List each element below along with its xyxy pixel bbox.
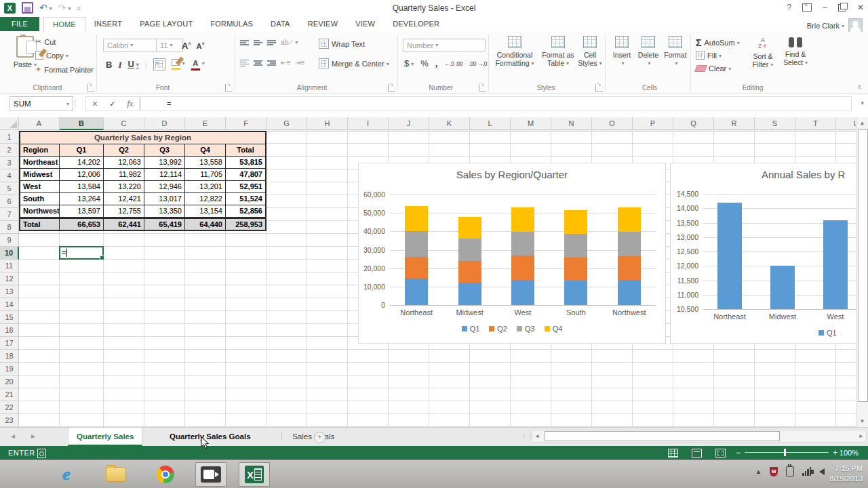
row-header-16[interactable]: 16	[0, 324, 19, 337]
table-cell[interactable]: 11,982	[104, 169, 144, 181]
table-cell[interactable]: 14,202	[60, 157, 104, 169]
bar-segment-q3[interactable]	[511, 232, 534, 256]
table-cell[interactable]: 11,705	[185, 169, 226, 181]
row-header-12[interactable]: 12	[0, 272, 19, 285]
table-cell[interactable]: 12,114	[144, 169, 185, 181]
font-size-combo[interactable]: 11	[156, 39, 183, 52]
table-cell[interactable]: Q2	[104, 144, 144, 157]
scroll-up-icon[interactable]: ▲	[856, 117, 868, 129]
fill-button[interactable]: Fill	[696, 51, 722, 60]
bar-segment-q2[interactable]	[564, 258, 587, 281]
align-right-icon[interactable]	[267, 60, 276, 67]
autosum-button[interactable]: Σ AutoSum	[696, 37, 740, 48]
number-format-combo[interactable]: Number	[403, 39, 486, 52]
bar-segment-q2[interactable]	[405, 257, 428, 279]
sort-filter-button[interactable]: AZ▼ Sort & Filter	[747, 37, 778, 69]
column-header-S[interactable]: S	[755, 117, 795, 130]
format-painter-button[interactable]: ✦ Format Painter	[35, 65, 94, 74]
normal-view-icon[interactable]	[668, 449, 678, 458]
column-header-K[interactable]: K	[429, 117, 470, 130]
row-header-1[interactable]: 1	[0, 131, 19, 144]
bar-segment-q4[interactable]	[511, 207, 534, 232]
tray-expand-icon[interactable]: ▲	[755, 468, 762, 475]
user-account[interactable]: Brie Clark	[807, 18, 863, 33]
table-cell[interactable]: 12,755	[104, 205, 144, 218]
clear-button[interactable]: Clear	[696, 64, 731, 73]
column-header-Q[interactable]: Q	[673, 117, 714, 130]
format-as-table-button[interactable]: Format as Table	[538, 36, 578, 68]
stacked-bar-northwest[interactable]	[618, 195, 641, 305]
taskbar-file-explorer[interactable]	[100, 462, 132, 487]
table-cell[interactable]: Total	[20, 218, 60, 230]
cut-button[interactable]: ✂ Cut	[35, 37, 56, 46]
mcafee-icon[interactable]: M	[770, 467, 778, 476]
table-cell[interactable]: 13,017	[144, 193, 185, 205]
row-header-18[interactable]: 18	[0, 350, 19, 363]
scroll-left-icon[interactable]: ◄	[534, 433, 540, 439]
row-header-21[interactable]: 21	[0, 388, 19, 401]
column-header-P[interactable]: P	[633, 117, 673, 130]
table-row[interactable]: Midwest12,00611,98212,11411,70547,807	[20, 169, 265, 181]
column-header-C[interactable]: C	[104, 117, 144, 130]
conditional-formatting-button[interactable]: Conditional Formatting	[492, 36, 537, 68]
page-break-view-icon[interactable]	[715, 449, 726, 458]
sheet-nav-left-icon[interactable]: ◄	[9, 432, 16, 440]
stacked-bar-west[interactable]	[511, 195, 534, 305]
bar-segment-q3[interactable]	[458, 239, 481, 261]
row-header-6[interactable]: 6	[0, 195, 19, 208]
expand-formula-bar-icon[interactable]: ▾	[861, 100, 864, 106]
column-header-F[interactable]: F	[226, 117, 267, 130]
find-select-button[interactable]: Find & Select	[780, 37, 811, 67]
insert-cells-button[interactable]: Insert	[609, 36, 635, 68]
column-header-A[interactable]: A	[19, 117, 60, 130]
table-cell[interactable]: 66,653	[60, 218, 104, 230]
column-header-J[interactable]: J	[389, 117, 429, 130]
row-header-5[interactable]: 5	[0, 182, 19, 195]
table-cell[interactable]: 64,440	[185, 218, 226, 230]
table-cell[interactable]: 12,006	[60, 169, 104, 181]
table-cell[interactable]: Q4	[185, 144, 226, 157]
minimize-icon[interactable]: –	[823, 3, 827, 12]
table-cell[interactable]: 13,201	[185, 181, 226, 193]
table-cell[interactable]: 258,953	[226, 218, 265, 230]
table-cell[interactable]: 13,584	[60, 181, 104, 193]
column-header-G[interactable]: G	[267, 117, 307, 130]
table-cell[interactable]: 65,419	[144, 218, 185, 230]
collapse-ribbon-icon[interactable]: ˄	[857, 83, 861, 91]
power-plug-icon[interactable]	[786, 466, 794, 476]
column-header-H[interactable]: H	[307, 117, 348, 130]
ribbon-display-options-icon[interactable]	[802, 3, 812, 12]
formula-input[interactable]: =	[140, 96, 852, 111]
table-cell[interactable]: 13,558	[185, 157, 226, 169]
ribbon-tab-view[interactable]: VIEW	[347, 17, 384, 31]
vertical-scrollbar[interactable]: ▲ ▼	[856, 117, 868, 427]
stacked-bar-northeast[interactable]	[405, 195, 428, 305]
page-layout-view-icon[interactable]	[692, 449, 702, 458]
chart-sales-by-region-quarter[interactable]: Sales by Region/Quarter60,00050,00040,00…	[358, 163, 666, 344]
stacked-bar-midwest[interactable]	[458, 195, 481, 305]
table-cell[interactable]: Q3	[144, 144, 185, 157]
column-header-R[interactable]: R	[714, 117, 755, 130]
row-header-22[interactable]: 22	[0, 401, 19, 414]
align-center-icon[interactable]	[254, 60, 262, 67]
grow-font-icon[interactable]: A˄	[182, 39, 191, 50]
table-cell[interactable]: 13,220	[104, 181, 144, 193]
row-header-8[interactable]: 8	[0, 221, 19, 234]
table-cell[interactable]: 12,063	[104, 157, 144, 169]
bar-segment-q4[interactable]	[405, 206, 428, 231]
ribbon-tab-home[interactable]: HOME	[43, 17, 85, 33]
table-cell[interactable]: 62,441	[104, 218, 144, 230]
name-box-splitter[interactable]: ⋮	[72, 98, 79, 107]
chart-annual-sales[interactable]: Annual Sales by R14,50014,00013,50013,00…	[670, 163, 856, 344]
bar-segment-q1[interactable]	[458, 283, 481, 305]
bar-segment-q1[interactable]	[618, 280, 641, 305]
fill-handle[interactable]	[100, 256, 104, 260]
underline-icon[interactable]: U	[127, 60, 138, 69]
increase-indent-icon[interactable]: ⇥≡	[295, 59, 304, 66]
macro-recording-icon[interactable]	[37, 449, 46, 458]
table-cell[interactable]: 51,524	[226, 193, 265, 205]
row-header-9[interactable]: 9	[0, 234, 19, 247]
ribbon-tab-review[interactable]: REVIEW	[299, 17, 347, 31]
ribbon-tab-page-layout[interactable]: PAGE LAYOUT	[131, 17, 201, 31]
table-title[interactable]: Quarterly Sales by Region	[20, 132, 265, 144]
